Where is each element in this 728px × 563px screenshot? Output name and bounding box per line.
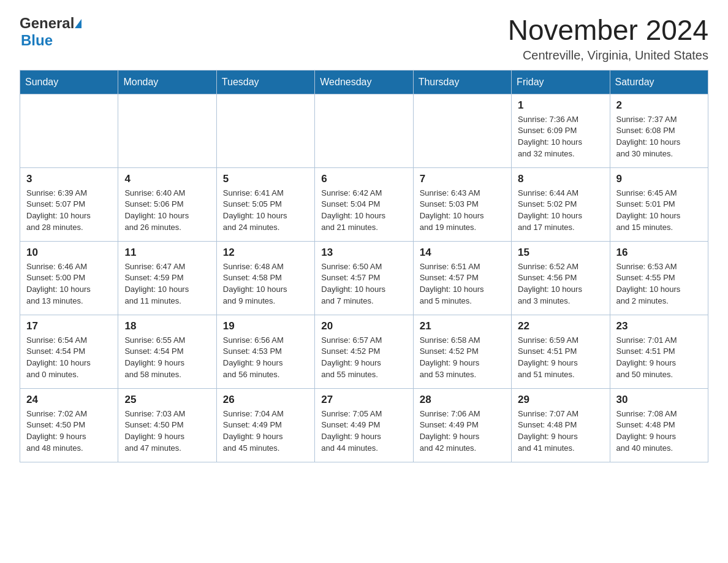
calendar-day-cell: 27Sunrise: 7:05 AM Sunset: 4:49 PM Dayli…	[315, 388, 413, 462]
col-header-thursday: Thursday	[413, 70, 511, 94]
calendar-day-cell	[216, 94, 314, 167]
day-info: Sunrise: 6:55 AM Sunset: 4:54 PM Dayligh…	[124, 335, 210, 381]
day-number: 11	[124, 247, 210, 259]
day-info: Sunrise: 6:57 AM Sunset: 4:52 PM Dayligh…	[321, 335, 406, 381]
calendar-day-cell: 13Sunrise: 6:50 AM Sunset: 4:57 PM Dayli…	[315, 241, 413, 315]
day-number: 14	[420, 247, 505, 259]
day-number: 26	[223, 394, 308, 406]
day-info: Sunrise: 6:47 AM Sunset: 4:59 PM Dayligh…	[124, 261, 210, 307]
calendar-day-cell: 10Sunrise: 6:46 AM Sunset: 5:00 PM Dayli…	[20, 241, 118, 315]
day-number: 16	[616, 247, 702, 259]
day-number: 12	[223, 247, 308, 259]
calendar-day-cell: 21Sunrise: 6:58 AM Sunset: 4:52 PM Dayli…	[413, 315, 511, 388]
day-info: Sunrise: 6:58 AM Sunset: 4:52 PM Dayligh…	[420, 335, 505, 381]
calendar-day-cell: 3Sunrise: 6:39 AM Sunset: 5:07 PM Daylig…	[20, 167, 118, 241]
day-info: Sunrise: 7:37 AM Sunset: 6:08 PM Dayligh…	[616, 114, 702, 160]
day-number: 15	[518, 247, 603, 259]
day-info: Sunrise: 6:54 AM Sunset: 4:54 PM Dayligh…	[26, 335, 112, 381]
calendar-day-cell	[20, 94, 118, 167]
calendar-day-cell: 28Sunrise: 7:06 AM Sunset: 4:49 PM Dayli…	[413, 388, 511, 462]
day-number: 28	[420, 394, 505, 406]
calendar-day-cell: 6Sunrise: 6:42 AM Sunset: 5:04 PM Daylig…	[315, 167, 413, 241]
col-header-friday: Friday	[512, 70, 610, 94]
day-info: Sunrise: 6:59 AM Sunset: 4:51 PM Dayligh…	[518, 335, 603, 381]
calendar-day-cell: 9Sunrise: 6:45 AM Sunset: 5:01 PM Daylig…	[610, 167, 708, 241]
col-header-sunday: Sunday	[20, 70, 118, 94]
calendar-day-cell: 26Sunrise: 7:04 AM Sunset: 4:49 PM Dayli…	[216, 388, 314, 462]
day-number: 29	[518, 394, 603, 406]
day-info: Sunrise: 6:50 AM Sunset: 4:57 PM Dayligh…	[321, 261, 406, 307]
col-header-monday: Monday	[118, 70, 216, 94]
calendar-day-cell: 7Sunrise: 6:43 AM Sunset: 5:03 PM Daylig…	[413, 167, 511, 241]
day-info: Sunrise: 7:06 AM Sunset: 4:49 PM Dayligh…	[420, 408, 505, 454]
day-number: 4	[124, 173, 210, 185]
calendar-day-cell: 17Sunrise: 6:54 AM Sunset: 4:54 PM Dayli…	[20, 315, 118, 388]
calendar-day-cell: 8Sunrise: 6:44 AM Sunset: 5:02 PM Daylig…	[512, 167, 610, 241]
calendar-day-cell: 1Sunrise: 7:36 AM Sunset: 6:09 PM Daylig…	[512, 94, 610, 167]
title-section: November 2024 Centreville, Virginia, Uni…	[508, 15, 708, 63]
calendar-day-cell: 23Sunrise: 7:01 AM Sunset: 4:51 PM Dayli…	[610, 315, 708, 388]
day-number: 6	[321, 173, 406, 185]
logo-blue-text: Blue	[21, 32, 53, 48]
day-info: Sunrise: 6:43 AM Sunset: 5:03 PM Dayligh…	[420, 188, 505, 234]
calendar-day-cell: 30Sunrise: 7:08 AM Sunset: 4:48 PM Dayli…	[610, 388, 708, 462]
day-info: Sunrise: 6:56 AM Sunset: 4:53 PM Dayligh…	[223, 335, 308, 381]
day-info: Sunrise: 7:03 AM Sunset: 4:50 PM Dayligh…	[124, 408, 210, 454]
day-number: 3	[26, 173, 112, 185]
day-number: 23	[616, 320, 702, 332]
calendar-day-cell: 11Sunrise: 6:47 AM Sunset: 4:59 PM Dayli…	[118, 241, 216, 315]
calendar-day-cell: 2Sunrise: 7:37 AM Sunset: 6:08 PM Daylig…	[610, 94, 708, 167]
day-number: 5	[223, 173, 308, 185]
day-number: 8	[518, 173, 603, 185]
day-number: 30	[616, 394, 702, 406]
calendar-day-cell: 29Sunrise: 7:07 AM Sunset: 4:48 PM Dayli…	[512, 388, 610, 462]
day-info: Sunrise: 7:04 AM Sunset: 4:49 PM Dayligh…	[223, 408, 308, 454]
day-number: 9	[616, 173, 702, 185]
col-header-saturday: Saturday	[610, 70, 708, 94]
day-number: 13	[321, 247, 406, 259]
location-title: Centreville, Virginia, United States	[508, 48, 708, 63]
calendar-day-cell: 5Sunrise: 6:41 AM Sunset: 5:05 PM Daylig…	[216, 167, 314, 241]
day-number: 18	[124, 320, 210, 332]
day-info: Sunrise: 6:53 AM Sunset: 4:55 PM Dayligh…	[616, 261, 702, 307]
calendar-day-cell: 18Sunrise: 6:55 AM Sunset: 4:54 PM Dayli…	[118, 315, 216, 388]
day-number: 17	[26, 320, 112, 332]
day-info: Sunrise: 6:45 AM Sunset: 5:01 PM Dayligh…	[616, 188, 702, 234]
day-info: Sunrise: 6:41 AM Sunset: 5:05 PM Dayligh…	[223, 188, 308, 234]
calendar-day-cell: 14Sunrise: 6:51 AM Sunset: 4:57 PM Dayli…	[413, 241, 511, 315]
calendar-day-cell: 15Sunrise: 6:52 AM Sunset: 4:56 PM Dayli…	[512, 241, 610, 315]
day-info: Sunrise: 6:52 AM Sunset: 4:56 PM Dayligh…	[518, 261, 603, 307]
month-title: November 2024	[508, 15, 708, 46]
day-info: Sunrise: 7:08 AM Sunset: 4:48 PM Dayligh…	[616, 408, 702, 454]
day-number: 27	[321, 394, 406, 406]
day-number: 19	[223, 320, 308, 332]
calendar-day-cell	[118, 94, 216, 167]
calendar-day-cell: 16Sunrise: 6:53 AM Sunset: 4:55 PM Dayli…	[610, 241, 708, 315]
page-header: General Blue November 2024 Centreville, …	[20, 15, 708, 63]
day-info: Sunrise: 6:44 AM Sunset: 5:02 PM Dayligh…	[518, 188, 603, 234]
day-info: Sunrise: 7:01 AM Sunset: 4:51 PM Dayligh…	[616, 335, 702, 381]
calendar-header-row: SundayMondayTuesdayWednesdayThursdayFrid…	[20, 70, 708, 94]
day-number: 22	[518, 320, 603, 332]
calendar-week-row: 3Sunrise: 6:39 AM Sunset: 5:07 PM Daylig…	[20, 167, 708, 241]
day-number: 2	[616, 99, 702, 112]
logo-general-text: General	[20, 15, 74, 32]
day-info: Sunrise: 7:36 AM Sunset: 6:09 PM Dayligh…	[518, 114, 603, 160]
logo-triangle-icon	[75, 19, 82, 28]
calendar-day-cell	[315, 94, 413, 167]
calendar-week-row: 10Sunrise: 6:46 AM Sunset: 5:00 PM Dayli…	[20, 241, 708, 315]
calendar-day-cell: 12Sunrise: 6:48 AM Sunset: 4:58 PM Dayli…	[216, 241, 314, 315]
day-info: Sunrise: 7:05 AM Sunset: 4:49 PM Dayligh…	[321, 408, 406, 454]
day-number: 10	[26, 247, 112, 259]
calendar-day-cell: 25Sunrise: 7:03 AM Sunset: 4:50 PM Dayli…	[118, 388, 216, 462]
day-info: Sunrise: 6:40 AM Sunset: 5:06 PM Dayligh…	[124, 188, 210, 234]
calendar-week-row: 1Sunrise: 7:36 AM Sunset: 6:09 PM Daylig…	[20, 94, 708, 167]
logo: General Blue	[20, 15, 82, 49]
col-header-tuesday: Tuesday	[216, 70, 314, 94]
col-header-wednesday: Wednesday	[315, 70, 413, 94]
calendar-week-row: 24Sunrise: 7:02 AM Sunset: 4:50 PM Dayli…	[20, 388, 708, 462]
day-info: Sunrise: 6:42 AM Sunset: 5:04 PM Dayligh…	[321, 188, 406, 234]
day-info: Sunrise: 6:48 AM Sunset: 4:58 PM Dayligh…	[223, 261, 308, 307]
day-info: Sunrise: 6:51 AM Sunset: 4:57 PM Dayligh…	[420, 261, 505, 307]
day-number: 1	[518, 99, 603, 112]
